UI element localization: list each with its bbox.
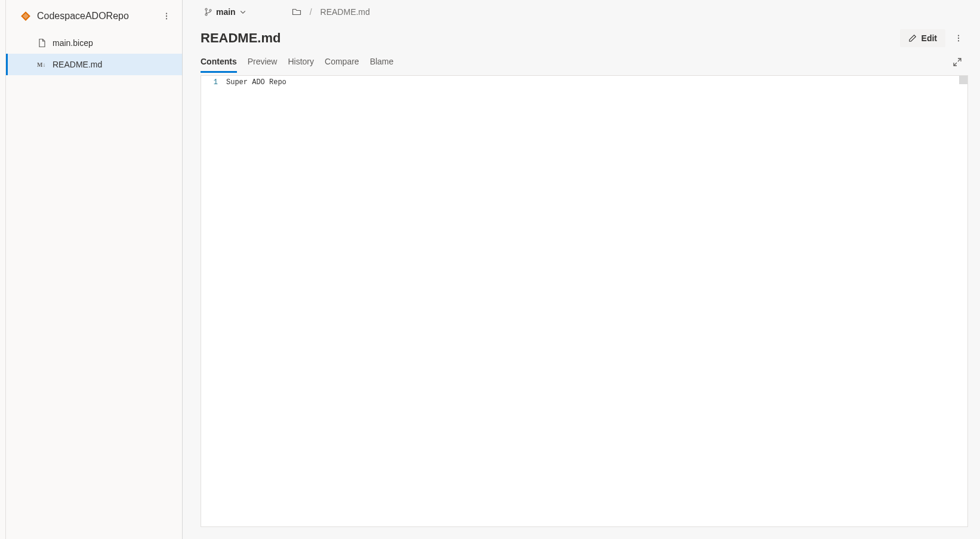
tab-contents[interactable]: Contents <box>201 52 237 73</box>
branch-name: main <box>216 7 236 17</box>
svg-point-1 <box>166 16 167 17</box>
branch-icon <box>204 8 212 16</box>
line-number-gutter: 1 <box>201 76 221 526</box>
top-row: main / README.md <box>183 0 980 24</box>
sidebar-header: CodespaceADORepo <box>6 0 182 30</box>
edit-button[interactable]: Edit <box>900 29 945 47</box>
chevron-down-icon <box>239 8 246 16</box>
file-tree: main.bicep M↓ README.md <box>6 30 182 75</box>
minimap-scrollbar[interactable] <box>959 76 967 84</box>
pencil-icon <box>908 34 917 42</box>
breadcrumb: / README.md <box>292 7 370 17</box>
folder-icon[interactable] <box>292 7 301 17</box>
svg-point-0 <box>166 13 167 14</box>
file-label: README.md <box>53 60 102 69</box>
branch-picker[interactable]: main <box>201 5 250 19</box>
file-title: README.md <box>201 30 900 46</box>
expand-icon <box>953 57 962 67</box>
file-title-bar: README.md Edit <box>183 24 980 50</box>
breadcrumb-file[interactable]: README.md <box>320 7 370 17</box>
repo-name[interactable]: CodespaceADORepo <box>37 11 157 21</box>
file-item-readme-md[interactable]: M↓ README.md <box>6 54 182 75</box>
svg-point-5 <box>205 14 207 16</box>
file-tabs: Contents Preview History Compare Blame <box>183 50 980 74</box>
file-label: main.bicep <box>53 38 93 48</box>
code-content: Super ADO Repo <box>221 76 967 526</box>
file-item-main-bicep[interactable]: main.bicep <box>6 32 182 54</box>
more-vertical-icon <box>162 12 171 20</box>
tab-blame[interactable]: Blame <box>370 52 394 73</box>
edit-label: Edit <box>922 33 937 43</box>
svg-point-7 <box>958 35 959 36</box>
svg-point-8 <box>958 38 959 39</box>
markdown-icon: M↓ <box>37 60 47 69</box>
file-tree-sidebar: CodespaceADORepo main.bicep M↓ README.md <box>6 0 183 539</box>
editor-container: 1 Super ADO Repo <box>201 75 968 527</box>
tab-history[interactable]: History <box>288 52 314 73</box>
svg-text:M↓: M↓ <box>37 61 45 68</box>
more-vertical-icon <box>954 34 963 42</box>
breadcrumb-separator: / <box>310 7 312 17</box>
file-more-button[interactable] <box>949 29 968 48</box>
repo-more-button[interactable] <box>157 7 176 26</box>
tab-compare[interactable]: Compare <box>325 52 359 73</box>
svg-point-9 <box>958 40 959 41</box>
svg-point-6 <box>209 10 211 11</box>
line-number: 1 <box>201 78 218 87</box>
main-panel: main / README.md README.md Edit <box>183 0 980 539</box>
fullscreen-button[interactable] <box>953 57 962 67</box>
svg-point-2 <box>166 18 167 19</box>
repo-icon <box>20 11 31 21</box>
collapsed-nav-gutter <box>0 0 6 539</box>
code-line: Super ADO Repo <box>226 78 286 87</box>
svg-point-4 <box>205 8 207 10</box>
file-icon <box>37 38 47 48</box>
code-editor[interactable]: 1 Super ADO Repo <box>201 76 967 526</box>
tab-preview[interactable]: Preview <box>248 52 278 73</box>
